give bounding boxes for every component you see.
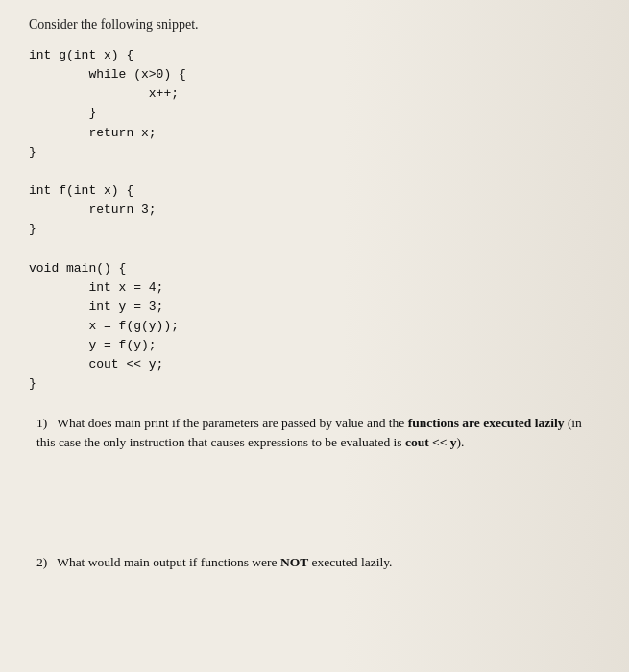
question-2: 2) What would main output if functions w… <box>29 553 600 573</box>
code-line-12: void main() { <box>29 259 600 278</box>
code-line-8: int f(int x) { <box>29 181 600 201</box>
question-2-text: What would main output if functions were… <box>57 555 392 569</box>
code-line-9: return 3; <box>29 201 600 220</box>
code-line-15: x = f(g(y)); <box>29 317 600 336</box>
intro-text: Consider the following snippet. <box>29 17 600 33</box>
code-block: int g(int x) { while (x>0) { x++; } retu… <box>29 46 600 395</box>
question-2-number: 2) <box>36 555 54 569</box>
code-line-11 <box>29 239 600 258</box>
code-line-10: } <box>29 220 600 239</box>
code-line-4: } <box>29 104 600 123</box>
code-line-1: int g(int x) { <box>29 46 600 65</box>
code-line-17: cout << y; <box>29 355 600 374</box>
code-line-16: y = f(y); <box>29 336 600 355</box>
code-line-6: } <box>29 143 600 162</box>
question-1-number: 1) <box>36 416 54 430</box>
code-line-2: while (x>0) { <box>29 65 600 84</box>
code-line-7 <box>29 162 600 181</box>
question-1-text: What does main print if the parameters a… <box>36 416 582 450</box>
question-1: 1) What does main print if the parameter… <box>29 414 600 454</box>
code-line-18: } <box>29 374 600 394</box>
code-line-13: int x = 4; <box>29 278 600 298</box>
code-line-5: return x; <box>29 124 600 143</box>
code-line-14: int y = 3; <box>29 298 600 317</box>
question-section: 1) What does main print if the parameter… <box>29 414 600 574</box>
code-line-3: x++; <box>29 84 600 104</box>
answer-area-1 <box>29 468 600 545</box>
